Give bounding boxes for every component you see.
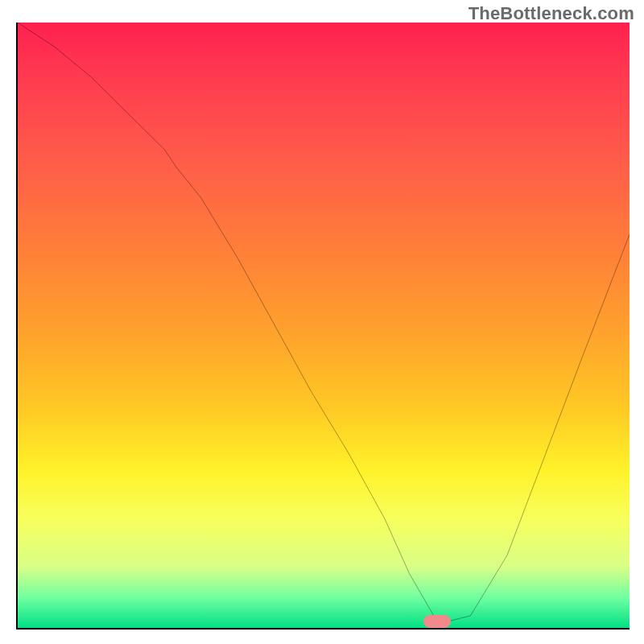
watermark-text: TheBottleneck.com [469,3,634,24]
chart-container: TheBottleneck.com [0,0,644,644]
minimum-marker-icon [423,615,451,628]
bottleneck-curve [18,23,630,628]
plot-area [16,23,630,630]
